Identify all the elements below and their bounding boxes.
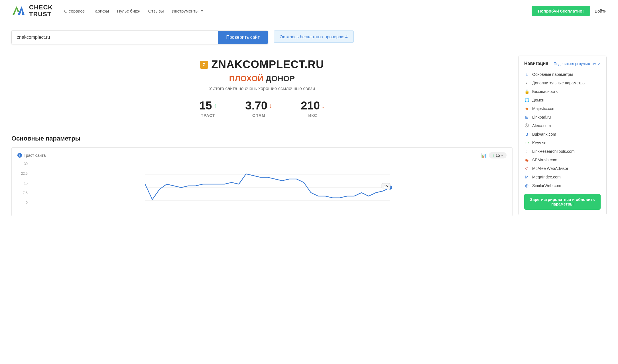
stat-iks: 210 ↓ ИКС — [301, 99, 325, 118]
nav-item[interactable]: ⒶAlexa.com — [524, 121, 601, 130]
navigation-card: Навигация Поделиться результатом ↗ ℹОсно… — [518, 56, 607, 215]
logo-line2: TRUST — [29, 11, 53, 18]
stat-iks-arrow: ↓ — [322, 102, 325, 109]
nav-pricing[interactable]: Тарифы — [93, 9, 109, 13]
nav-item[interactable]: ⁚LinkResearchTools.com — [524, 147, 601, 156]
share-arrow-icon: ↗ — [597, 62, 601, 66]
nav-item-label: MegaIndex.com — [532, 175, 561, 179]
nav-item-icon: M — [524, 174, 529, 180]
nav-item-label: SimilarWeb.com — [532, 183, 561, 188]
chart-bars-icon[interactable]: 📊 — [481, 153, 487, 158]
nav-item-label: LinkResearchTools.com — [532, 149, 575, 154]
nav-item-icon: ▪ — [524, 80, 529, 86]
login-button[interactable]: Войти — [595, 9, 607, 13]
search-input[interactable] — [12, 31, 218, 44]
donor-bad-text: ПЛОХОЙ — [229, 74, 263, 83]
nav-item[interactable]: ℹОсновные параметры — [524, 70, 601, 79]
logo[interactable]: CHECK TRUST — [11, 3, 53, 18]
chart-line — [145, 174, 390, 200]
nav-item[interactable]: ◉SEMrush.com — [524, 156, 601, 164]
y-label-22-5: 22.5 — [17, 172, 28, 176]
stats-row: 15 ↑ ТРАСТ 3.70 ↓ СПАМ 210 ↓ — [11, 99, 513, 118]
donor-label: ПЛОХОЙ ДОНОР — [11, 74, 513, 83]
nav-item-icon: ★ — [524, 106, 529, 111]
chart-current-val: 15 — [495, 153, 500, 158]
donor-good-text: ДОНОР — [266, 74, 295, 83]
nav-item-label: Alexa.com — [532, 123, 551, 128]
main-content: Z ZNAKCOMPLECT.RU ПЛОХОЙ ДОНОР У этого с… — [0, 50, 618, 222]
chart-wrapper: 30 22.5 15 7.5 0 — [17, 162, 507, 213]
chart-label: Траст сайта — [24, 153, 46, 158]
nav-item-label: Linkpad.ru — [532, 115, 551, 119]
y-label-15: 15 — [17, 181, 28, 185]
right-panel: Навигация Поделиться результатом ↗ ℹОсно… — [518, 50, 607, 222]
stat-iks-value: 210 ↓ — [301, 99, 325, 112]
chart-container: i Траст сайта 📊 ↑ 15 ▾ 30 22.5 15 — [11, 147, 513, 216]
nav-item[interactable]: 🛡McAfee WebAdvisor — [524, 164, 601, 173]
site-favicon: Z — [200, 61, 208, 69]
donor-description: У этого сайта не очень хорошие ссылочные… — [11, 86, 513, 91]
nav-item-label: Основные параметры — [532, 72, 573, 77]
chart-value-pill: ↑ 15 ▾ — [489, 152, 507, 158]
nav-item[interactable]: ★Majestic.com — [524, 104, 601, 113]
stat-trast-value: 15 ↑ — [199, 99, 217, 112]
nav-item-icon: ⁚ — [524, 149, 529, 154]
nav-item[interactable]: 🌐Домен — [524, 96, 601, 104]
nav-reviews[interactable]: Отзывы — [148, 9, 164, 13]
nav-item[interactable]: ◎SimilarWeb.com — [524, 181, 601, 190]
nav-item[interactable]: ⊞Linkpad.ru — [524, 113, 601, 121]
stat-trast-label: ТРАСТ — [199, 113, 217, 118]
stat-spam: 3.70 ↓ СПАМ — [245, 99, 272, 118]
chart-title-row: i Траст сайта — [17, 153, 46, 158]
stat-spam-number: 3.70 — [245, 99, 267, 112]
nav-about[interactable]: О сервисе — [64, 9, 85, 13]
nav-item[interactable]: ▪Дополнительные параметры — [524, 79, 601, 87]
nav-item[interactable]: MMegaIndex.com — [524, 173, 601, 181]
nav-item[interactable]: keKeys.so — [524, 139, 601, 147]
site-icon-title: Z ZNAKCOMPLECT.RU — [11, 58, 513, 71]
free-checks-badge: Осталось бесплатных проверок: 4 — [274, 30, 354, 43]
header: CHECK TRUST О сервисе Тарифы Пульс бирж … — [0, 0, 618, 22]
chart-controls: 📊 ↑ 15 ▾ — [481, 152, 507, 158]
stat-trast-number: 15 — [199, 99, 212, 112]
stat-spam-label: СПАМ — [245, 113, 272, 118]
nav-item-label: SEMrush.com — [532, 158, 557, 162]
nav-item-label: Keys.so — [532, 141, 546, 145]
chart-header: i Траст сайта 📊 ↑ 15 ▾ — [17, 152, 507, 158]
register-button[interactable]: Зарегистрироваться и обновить параметры — [524, 194, 601, 210]
header-right: Попробуй бесплатно! Войти — [532, 6, 607, 16]
try-free-button[interactable]: Попробуй бесплатно! — [532, 6, 590, 16]
nav-card-title: Навигация — [524, 61, 548, 66]
nav-item-icon: Ⓐ — [524, 123, 529, 128]
nav-item[interactable]: 🔒Безопасность — [524, 87, 601, 96]
nav-links: О сервисе Тарифы Пульс бирж Отзывы Инстр… — [64, 9, 523, 13]
site-result: Z ZNAKCOMPLECT.RU ПЛОХОЙ ДОНОР У этого с… — [11, 50, 513, 132]
nav-tools[interactable]: Инструменты ▼ — [172, 9, 204, 13]
site-title: ZNAKCOMPLECT.RU — [212, 58, 324, 71]
nav-pulse[interactable]: Пульс бирж — [117, 9, 140, 13]
nav-item-label: Безопасность — [532, 89, 558, 94]
nav-item-label: Bukvarix.com — [532, 132, 556, 137]
check-button[interactable]: Проверить сайт — [218, 31, 268, 44]
nav-item-icon: ◎ — [524, 183, 529, 188]
chart-end-label: 15 — [384, 184, 388, 188]
nav-item-label: Дополнительные параметры — [532, 81, 586, 85]
stat-trast-arrow: ↑ — [214, 102, 217, 109]
search-box: Проверить сайт — [11, 30, 268, 44]
chart-arrow: ↑ — [492, 153, 494, 158]
nav-items-list: ℹОсновные параметры▪Дополнительные парам… — [524, 70, 601, 190]
nav-item-icon: 🛡 — [524, 166, 529, 171]
stat-spam-arrow: ↓ — [269, 102, 272, 109]
stat-spam-value: 3.70 ↓ — [245, 99, 272, 112]
nav-item[interactable]: BBukvarix.com — [524, 130, 601, 139]
nav-item-icon: ◉ — [524, 157, 529, 162]
share-link[interactable]: Поделиться результатом ↗ — [554, 62, 601, 66]
left-panel: Z ZNAKCOMPLECT.RU ПЛОХОЙ ДОНОР У этого с… — [11, 50, 513, 222]
y-label-30: 30 — [17, 162, 28, 166]
chart-svg: 15 — [29, 162, 507, 213]
nav-item-label: Домен — [532, 98, 544, 102]
search-section: Проверить сайт Осталось бесплатных прове… — [0, 22, 618, 50]
nav-item-icon: 🌐 — [524, 97, 529, 103]
chart-dropdown-arrow[interactable]: ▾ — [501, 153, 503, 158]
y-label-7-5: 7.5 — [17, 191, 28, 195]
